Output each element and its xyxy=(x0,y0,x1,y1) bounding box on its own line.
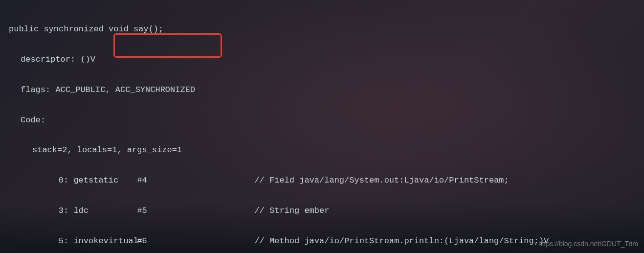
instruction-row: 3: ldc#5// String ember xyxy=(9,204,635,219)
flags-prefix: flags: ACC_PUBLIC, xyxy=(21,85,115,94)
descriptor-line: descriptor: ()V xyxy=(9,52,635,68)
instruction-row: 0: getstatic#4// Field java/lang/System.… xyxy=(9,173,635,188)
code-label: Code: xyxy=(9,113,635,128)
stack-info: stack=2, locals=1, args_size=1 xyxy=(9,143,635,158)
flags-synchronized: ACC_SYNCHRONIZED xyxy=(115,85,195,94)
bytecode-output: public synchronized void say(); descript… xyxy=(0,0,644,253)
flags-line: flags: ACC_PUBLIC, ACC_SYNCHRONIZED xyxy=(9,83,635,98)
watermark-text: https://blog.csdn.net/GDUT_Trim xyxy=(538,238,638,250)
method-signature: public synchronized void say(); xyxy=(9,22,635,37)
